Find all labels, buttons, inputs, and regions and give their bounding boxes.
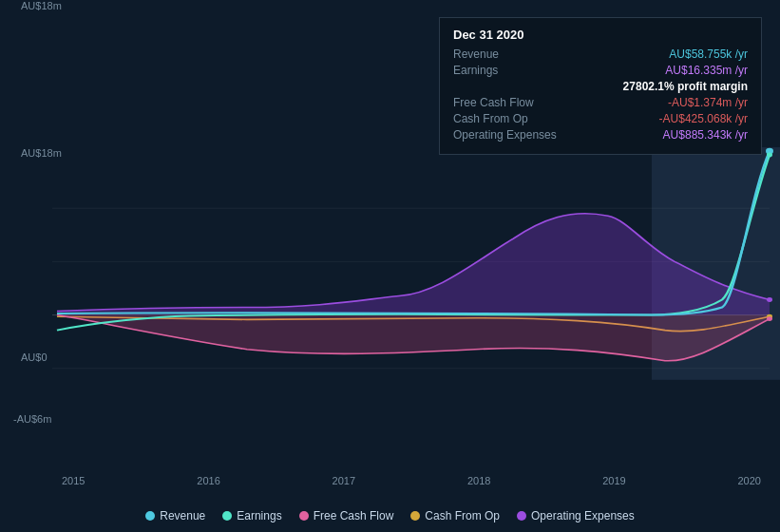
info-row-earnings: Earnings AU$16.335m /yr [453, 64, 748, 77]
info-row-revenue: Revenue AU$58.755k /yr [453, 48, 748, 61]
fcf-fill [57, 315, 770, 361]
y-label-0: AU$0 [21, 352, 48, 363]
x-label-2016: 2016 [197, 475, 219, 486]
legend-opex[interactable]: Operating Expenses [517, 509, 635, 522]
earnings-dot [767, 153, 772, 158]
x-label-2018: 2018 [467, 475, 490, 486]
label-fcf: Free Cash Flow [453, 96, 567, 109]
info-row-fcf: Free Cash Flow -AU$1.374m /yr [453, 96, 748, 109]
label-cfo: Cash From Op [453, 112, 567, 125]
y-label-top: AU$18m [21, 0, 62, 11]
x-label-2020: 2020 [737, 475, 760, 486]
legend-dot-earnings [222, 511, 232, 521]
value-cfo: -AU$425.068k /yr [567, 112, 748, 125]
x-label-2015: 2015 [62, 475, 85, 486]
info-row-opex: Operating Expenses AU$885.343k /yr [453, 128, 748, 142]
chart-legend: Revenue Earnings Free Cash Flow Cash Fro… [0, 509, 780, 522]
legend-dot-revenue [145, 511, 155, 521]
value-fcf: -AU$1.374m /yr [567, 96, 748, 109]
x-label-2019: 2019 [602, 475, 625, 486]
label-earnings: Earnings [453, 64, 567, 77]
y-label-neg6m: -AU$6m [13, 413, 51, 425]
opex-dot [767, 297, 772, 302]
label-revenue: Revenue [453, 48, 567, 61]
legend-revenue[interactable]: Revenue [145, 509, 205, 522]
legend-label-revenue: Revenue [160, 509, 205, 522]
legend-cfo[interactable]: Cash From Op [410, 509, 500, 522]
legend-label-earnings: Earnings [237, 509, 281, 522]
tooltip-title: Dec 31 2020 [453, 28, 748, 42]
legend-earnings[interactable]: Earnings [222, 509, 281, 522]
legend-label-fcf: Free Cash Flow [314, 509, 394, 522]
legend-label-opex: Operating Expenses [531, 509, 635, 522]
info-row-cfo: Cash From Op -AU$425.068k /yr [453, 112, 748, 125]
value-profit-margin: 27802.1% profit margin [453, 80, 748, 93]
value-revenue: AU$58.755k /yr [567, 48, 748, 61]
legend-dot-opex [517, 511, 526, 521]
x-label-2017: 2017 [333, 475, 355, 486]
legend-label-cfo: Cash From Op [425, 509, 500, 522]
legend-dot-fcf [299, 511, 309, 521]
y-label-18m: AU$18m [21, 147, 62, 159]
chart-svg [0, 147, 780, 437]
legend-fcf[interactable]: Free Cash Flow [299, 509, 394, 522]
value-opex: AU$885.343k /yr [567, 128, 748, 142]
label-opex: Operating Expenses [453, 128, 567, 142]
profit-margin-line: 27802.1% profit margin [453, 80, 748, 93]
legend-dot-cfo [410, 511, 420, 521]
x-axis: 2015 2016 2017 2018 2019 2020 [52, 475, 770, 486]
fcf-dot [767, 316, 772, 321]
value-earnings: AU$16.335m /yr [567, 64, 748, 77]
tooltip-box: Dec 31 2020 Revenue AU$58.755k /yr Earni… [439, 17, 762, 155]
